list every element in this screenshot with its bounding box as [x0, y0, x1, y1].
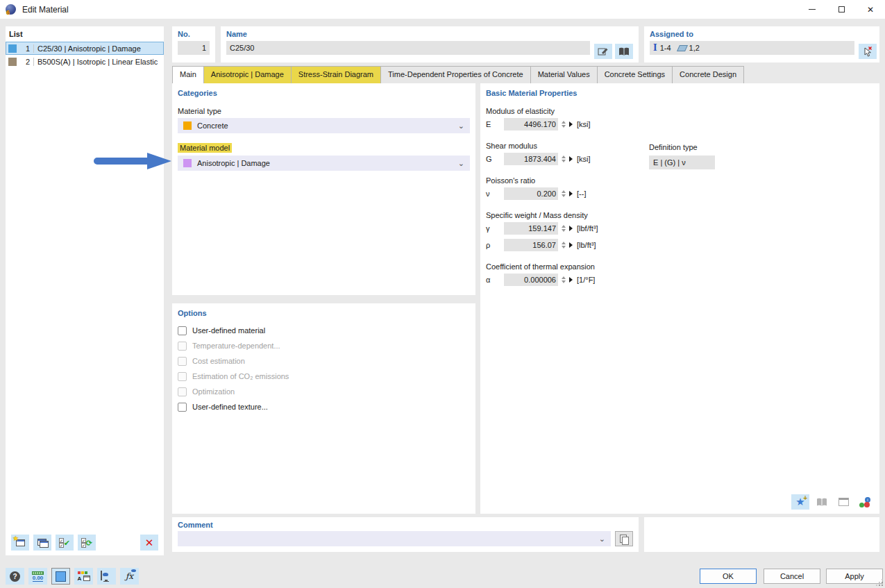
spinner-icon[interactable]: [559, 242, 568, 249]
star-icon: [12, 535, 19, 542]
tab-material-values[interactable]: Material Values: [530, 66, 598, 83]
nu-value-field[interactable]: 0.200: [504, 187, 558, 200]
new-material-button[interactable]: [11, 535, 29, 551]
spinner-icon[interactable]: [559, 121, 568, 128]
tab-main[interactable]: Main: [172, 66, 204, 83]
close-button[interactable]: ✕: [856, 0, 885, 19]
detail-arrow-icon[interactable]: [569, 191, 573, 196]
spinner-icon[interactable]: [559, 276, 568, 283]
list-item-label: C25/30 | Anisotropic | Damage: [33, 44, 163, 53]
help-button[interactable]: [6, 568, 24, 585]
gamma-value-field[interactable]: 159.147: [504, 222, 558, 235]
copy-material-button[interactable]: [33, 535, 51, 551]
ok-button[interactable]: OK: [700, 569, 757, 584]
property-row-rho: ρ 156.07 [lb/ft³]: [486, 239, 874, 251]
tab-anisotropic-damage[interactable]: Anisotropic | Damage: [203, 66, 292, 83]
symbol-alpha: α: [486, 276, 504, 284]
comment-panel: Comment: [172, 517, 639, 552]
apply-button[interactable]: Apply: [826, 569, 883, 584]
resize-grip[interactable]: [876, 579, 883, 586]
list-item[interactable]: 1 C25/30 | Anisotropic | Damage: [6, 42, 164, 55]
material-model-label: Material model: [178, 143, 232, 153]
cancel-button[interactable]: Cancel: [764, 569, 820, 584]
deselect-cursor-icon: [862, 46, 873, 57]
tab-concrete-settings[interactable]: Concrete Settings: [597, 66, 673, 83]
spinner-icon[interactable]: [559, 156, 568, 162]
e-value-field[interactable]: 4496.170: [504, 118, 558, 131]
titlebar[interactable]: 6 Edit Material ✕: [0, 0, 885, 19]
material-library-button[interactable]: [813, 494, 831, 510]
assigned-to-panel: Assigned to I 1-4 1,2: [644, 26, 879, 62]
material-type-dropdown[interactable]: Concrete: [178, 118, 470, 133]
app-icon: 6: [6, 4, 17, 15]
material-model-dropdown[interactable]: Anisotropic | Damage: [178, 156, 470, 171]
detail-arrow-icon[interactable]: [569, 277, 573, 283]
formula-icon: [126, 571, 133, 581]
minimize-icon: [809, 9, 816, 10]
spinner-icon[interactable]: [559, 225, 568, 232]
tab-bar: Main Anisotropic | Damage Stress-Strain …: [172, 66, 743, 83]
minimize-button[interactable]: [798, 0, 827, 19]
detail-arrow-icon[interactable]: [569, 121, 573, 127]
rename-button[interactable]: [594, 44, 612, 59]
list-item-number: 2: [20, 58, 30, 66]
option-user-defined-texture[interactable]: User-defined texture...: [178, 399, 470, 414]
assigned-to-label: Assigned to: [644, 26, 879, 38]
detail-arrow-icon[interactable]: [569, 226, 573, 231]
edit-material-dialog: { "window": {"title": "Edit Material"}, …: [0, 0, 885, 588]
display-properties-button[interactable]: [74, 568, 93, 585]
list-item-label: B500S(A) | Isotropic | Linear Elastic: [33, 58, 163, 66]
symbol-e: E: [486, 120, 504, 128]
alpha-value-field[interactable]: 0.000006: [504, 274, 558, 286]
name-field[interactable]: C25/30: [226, 41, 590, 55]
select-checked-button[interactable]: [56, 535, 74, 551]
maximize-button[interactable]: [827, 0, 856, 19]
checkbox-icon: [178, 372, 187, 381]
invert-selection-button[interactable]: [78, 535, 96, 551]
maximize-icon: [838, 6, 845, 12]
material-list-panel: List 1 C25/30 | Anisotropic | Damage 2 B…: [6, 26, 164, 555]
list-item[interactable]: 2 B500S(A) | Isotropic | Linear Elastic: [6, 55, 164, 68]
material-type-color: [183, 121, 192, 130]
delete-material-button[interactable]: [140, 535, 158, 551]
symbol-g: G: [486, 155, 504, 163]
assigned-to-field[interactable]: I 1-4 1,2: [650, 41, 854, 55]
tab-concrete-design[interactable]: Concrete Design: [672, 66, 744, 83]
units-settings-button[interactable]: [28, 568, 47, 585]
surface-icon: [677, 45, 688, 51]
g-value-field[interactable]: 1873.404: [504, 153, 558, 165]
info-colors-icon: [859, 497, 870, 507]
rename-icon: [598, 47, 609, 56]
spinner-icon[interactable]: [559, 190, 568, 197]
rendering-button[interactable]: [97, 568, 116, 585]
check-swap-icon: [81, 538, 92, 548]
tab-stress-strain-diagram[interactable]: Stress-Strain Diagram: [291, 66, 381, 83]
material-model-value: Anisotropic | Damage: [197, 159, 270, 167]
detail-arrow-icon[interactable]: [569, 156, 573, 162]
formula-button[interactable]: [120, 568, 139, 585]
tab-time-dependent-properties[interactable]: Time-Dependent Properties of Concrete: [380, 66, 531, 83]
rho-unit: [lb/ft³]: [577, 241, 596, 249]
gamma-unit: [lbf/ft³]: [577, 224, 598, 233]
library-button[interactable]: [615, 44, 633, 59]
option-optimization: Optimization: [178, 384, 470, 399]
book-icon: [618, 47, 630, 56]
material-info-button[interactable]: [856, 494, 874, 510]
comment-copy-button[interactable]: [615, 531, 633, 546]
checkbox-icon: [178, 403, 187, 412]
window-gray-icon: [838, 498, 849, 506]
comment-combobox[interactable]: [178, 531, 611, 546]
option-user-defined-material[interactable]: User-defined material: [178, 323, 470, 338]
symbol-nu: ν: [486, 190, 504, 198]
alpha-unit: [1/°F]: [577, 276, 595, 284]
rho-value-field[interactable]: 156.07: [504, 239, 558, 251]
option-co2-emissions: Estimation of CO₂ emissions: [178, 369, 470, 384]
name-panel: Name C25/30: [221, 26, 639, 62]
color-button[interactable]: [51, 568, 70, 585]
detail-arrow-icon[interactable]: [569, 242, 573, 248]
add-favorite-button[interactable]: [791, 494, 809, 510]
categories-header: Categories: [178, 89, 470, 97]
deselect-button[interactable]: [859, 44, 877, 59]
import-window-button[interactable]: [834, 494, 852, 510]
pointer-arrow-annotation: [93, 151, 174, 173]
